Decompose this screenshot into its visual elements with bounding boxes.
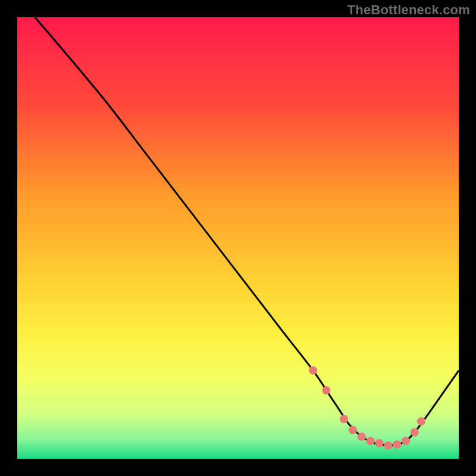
chart-svg	[17, 17, 459, 459]
marker-dot	[393, 440, 401, 449]
marker-dot	[384, 441, 392, 450]
chart-frame: TheBottleneck.com	[0, 0, 476, 476]
watermark-text: TheBottleneck.com	[347, 2, 470, 18]
marker-dot	[417, 417, 425, 425]
marker-dot	[402, 437, 410, 445]
marker-dot	[375, 439, 383, 447]
gradient-background	[17, 17, 459, 459]
plot-area	[17, 17, 459, 459]
marker-dot	[367, 437, 375, 445]
marker-dot	[349, 426, 357, 434]
marker-dot	[322, 386, 330, 394]
marker-dot	[340, 415, 348, 423]
marker-dot	[309, 367, 317, 375]
marker-dot	[358, 433, 366, 441]
marker-dot	[411, 428, 419, 436]
